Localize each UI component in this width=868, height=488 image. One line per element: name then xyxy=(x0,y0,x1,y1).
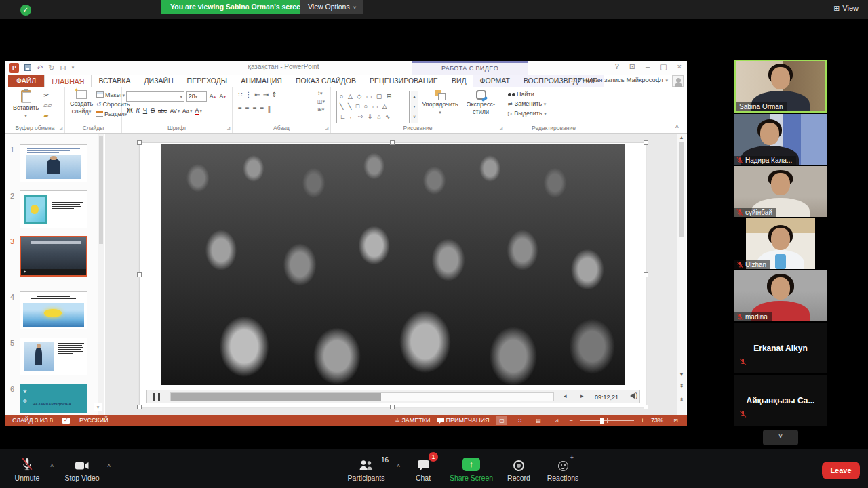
security-shield-icon[interactable]: ✓ xyxy=(20,5,31,16)
selection-handle[interactable] xyxy=(644,140,648,145)
collapse-ribbon-icon[interactable]: ˄ xyxy=(675,123,679,130)
slide-thumbnail-3-selected[interactable] xyxy=(20,236,87,277)
slide-thumbnail-4[interactable] xyxy=(20,291,87,329)
shrink-font-button[interactable]: А▾ xyxy=(219,92,226,100)
bullets-icon[interactable]: ∷ xyxy=(238,91,245,98)
fit-to-window-icon[interactable]: ⊡ xyxy=(670,416,682,425)
participant-tile-aikynkyzy[interactable]: Айқынқызы Са... xyxy=(734,375,827,426)
tab-home[interactable]: ГЛАВНАЯ xyxy=(44,75,92,87)
participant-tile-suinbai[interactable]: сүйінбай xyxy=(734,166,827,217)
find-button[interactable]: Найти xyxy=(508,91,547,98)
tab-format[interactable]: ФОРМАТ xyxy=(473,75,517,87)
font-color-button[interactable]: А xyxy=(195,106,199,115)
selection-handle[interactable] xyxy=(390,405,395,409)
tab-slideshow[interactable]: ПОКАЗ СЛАЙДОВ xyxy=(289,75,363,87)
stop-video-button[interactable]: Stop Video xyxy=(60,456,104,482)
strikethrough-button[interactable]: abc xyxy=(158,108,167,114)
quick-styles-button[interactable]: Экспресс-стили xyxy=(461,90,500,116)
video-options-chevron[interactable]: ˄ xyxy=(107,462,111,469)
view-options-button[interactable]: View Options˅ xyxy=(300,0,363,14)
shadow-button[interactable]: S xyxy=(151,106,155,114)
record-button[interactable]: Record xyxy=(502,456,536,482)
tab-transitions[interactable]: ПЕРЕХОДЫ xyxy=(180,75,235,87)
selection-handle[interactable] xyxy=(644,272,648,277)
change-case-button[interactable]: Aa xyxy=(182,108,189,114)
shapes-gallery-scroll[interactable]: ▴▾⊽ xyxy=(411,91,418,123)
font-size-combo[interactable]: 28▾ xyxy=(186,92,207,102)
editor-scrollbar[interactable]: ▲ ▼ ⇞ ⇟ xyxy=(677,134,686,415)
participant-tile-sabina[interactable]: Sabina Orman xyxy=(734,60,827,113)
undo-icon[interactable]: ↶ xyxy=(37,64,43,73)
customize-qat-icon[interactable]: ▾ xyxy=(72,65,75,70)
start-slideshow-icon[interactable]: ⊡ xyxy=(60,64,66,73)
selection-handle[interactable] xyxy=(137,272,142,277)
cut-icon[interactable]: ✂ xyxy=(43,92,52,99)
participant-tile-nadira[interactable]: Надира Кала... xyxy=(734,114,827,165)
share-screen-button[interactable]: ↑ Share Screen xyxy=(448,456,495,482)
thumbnail-collapse-icon[interactable]: ▾ xyxy=(94,403,102,411)
thumbnail-scrollbar[interactable] xyxy=(98,134,104,415)
zoom-level[interactable]: 73% xyxy=(651,415,663,426)
slide-sorter-view-icon[interactable]: ∷ xyxy=(514,416,526,425)
notes-toggle[interactable]: ≑ ЗАМЕТКИ xyxy=(395,415,430,426)
indent-icon[interactable]: ⇥ xyxy=(263,91,271,98)
dialog-launcher-icon[interactable]: ⊿ xyxy=(59,126,63,131)
slide-thumbnail-2[interactable] xyxy=(20,190,87,228)
underline-button[interactable]: Ч xyxy=(143,106,147,114)
redo-icon[interactable]: ↻ xyxy=(48,64,54,73)
font-name-combo[interactable]: ▾ xyxy=(126,92,184,102)
paste-button[interactable]: Вставить▾ xyxy=(11,90,41,119)
zoom-out-icon[interactable]: − xyxy=(569,415,572,426)
spellcheck-icon[interactable] xyxy=(62,418,70,424)
audio-options-chevron[interactable]: ˄ xyxy=(50,462,54,469)
pause-button[interactable] xyxy=(153,393,160,401)
normal-view-icon[interactable]: ▢ xyxy=(496,416,507,425)
text-direction-icon[interactable]: ↕▾ xyxy=(317,90,325,96)
dialog-launcher-icon[interactable]: ⊿ xyxy=(226,126,231,131)
align-text-icon[interactable]: ◫▾ xyxy=(317,98,325,104)
columns-icon[interactable]: ∥ xyxy=(267,105,274,113)
leave-button[interactable]: Leave xyxy=(822,462,860,479)
bold-button[interactable]: Ж xyxy=(127,106,133,114)
participants-button[interactable]: Participants 16 xyxy=(342,456,390,482)
participant-tile-ulzhan[interactable]: Ulzhan xyxy=(734,218,827,269)
slide-thumbnail-6[interactable]: ✻✻ НАЗАРЛАРЫҢЫЗҒА xyxy=(20,384,87,413)
align-right-icon[interactable]: ≡ xyxy=(253,105,260,113)
select-button[interactable]: ▷Выделить ▾ xyxy=(508,110,547,117)
zoom-slider-thumb[interactable] xyxy=(600,418,604,424)
volume-icon[interactable] xyxy=(627,393,635,399)
step-forward-icon[interactable]: ▸ xyxy=(580,392,584,399)
selection-handle[interactable] xyxy=(137,140,142,145)
save-icon[interactable] xyxy=(24,64,31,71)
scrollbar-thumb[interactable] xyxy=(679,142,684,237)
line-spacing-icon[interactable]: ⇕ xyxy=(271,91,279,98)
slide-thumbnail-5[interactable] xyxy=(20,338,87,375)
italic-button[interactable]: К xyxy=(136,106,140,114)
account-avatar-icon[interactable] xyxy=(672,75,684,87)
selection-handle[interactable] xyxy=(644,405,648,409)
slide-thumbnail-1[interactable] xyxy=(20,144,87,182)
step-back-icon[interactable]: ◂ xyxy=(564,392,567,399)
copy-icon[interactable]: ▱▱ xyxy=(43,102,52,108)
tab-file[interactable]: ФАЙЛ xyxy=(8,75,44,87)
more-participants-button[interactable]: ˅ xyxy=(763,430,798,445)
grow-font-button[interactable]: А▴ xyxy=(210,92,216,100)
minimize-icon[interactable]: – xyxy=(646,62,650,71)
participant-tile-madina[interactable]: madina xyxy=(734,270,827,321)
dialog-launcher-icon[interactable]: ⊿ xyxy=(499,126,503,131)
tab-design[interactable]: ДИЗАЙН xyxy=(137,75,180,87)
participant-tile-erkanat[interactable]: Erkanat Aikyn xyxy=(734,323,827,373)
view-button[interactable]: ⊞View xyxy=(833,4,859,13)
zoom-slider[interactable] xyxy=(580,415,634,426)
tab-insert[interactable]: ВСТАВКА xyxy=(92,75,137,87)
character-spacing-button[interactable]: AV xyxy=(170,108,177,114)
selection-handle[interactable] xyxy=(137,405,142,409)
dialog-launcher-icon[interactable]: ⊿ xyxy=(325,126,329,131)
reactions-button[interactable]: + Reactions xyxy=(542,456,583,482)
align-center-icon[interactable]: ≡ xyxy=(245,105,253,113)
video-progress-track[interactable] xyxy=(170,392,554,401)
reading-view-icon[interactable]: ▤ xyxy=(532,416,544,425)
tab-review[interactable]: РЕЦЕНЗИРОВАНИЕ xyxy=(363,75,445,87)
language-indicator[interactable]: РУССКИЙ xyxy=(79,415,108,426)
help-icon[interactable]: ? xyxy=(615,62,619,71)
